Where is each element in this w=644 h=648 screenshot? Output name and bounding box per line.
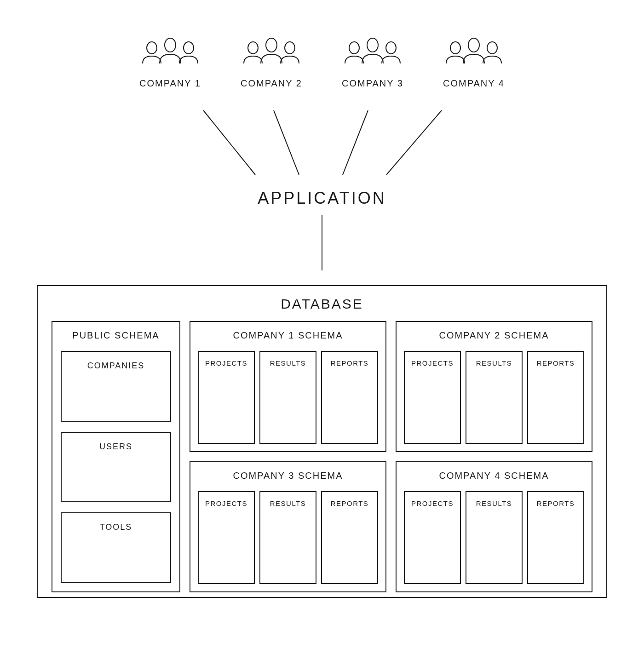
svg-point-11	[487, 42, 497, 54]
public-schema: PUBLIC SCHEMA COMPANIES USERS TOOLS	[52, 321, 180, 592]
svg-point-5	[285, 42, 295, 54]
companies-row: COMPANY 1 COMPANY 2 COMPANY 3	[0, 37, 644, 89]
svg-line-12	[203, 110, 255, 175]
people-icon	[237, 37, 306, 69]
company-3-schema-tables: PROJECTS RESULTS REPORTS	[198, 491, 378, 584]
svg-point-0	[147, 42, 157, 54]
table-reports: REPORTS	[527, 491, 584, 584]
company-2-schema-tables: PROJECTS RESULTS REPORTS	[404, 351, 584, 444]
table-projects: PROJECTS	[198, 491, 255, 584]
table-results: RESULTS	[259, 491, 316, 584]
svg-point-8	[386, 42, 396, 54]
application-label: APPLICATION	[0, 189, 644, 208]
svg-point-1	[165, 38, 176, 52]
svg-point-3	[248, 42, 258, 54]
table-results: RESULTS	[259, 351, 316, 444]
company-1-schema: COMPANY 1 SCHEMA PROJECTS RESULTS REPORT…	[190, 321, 386, 452]
public-schema-title: PUBLIC SCHEMA	[61, 330, 171, 341]
company-1: COMPANY 1	[136, 37, 205, 89]
company-1-schema-title: COMPANY 1 SCHEMA	[198, 330, 378, 341]
company-3-label: COMPANY 3	[342, 78, 403, 89]
people-icon	[439, 37, 508, 69]
table-reports: REPORTS	[321, 491, 378, 584]
company-2: COMPANY 2	[237, 37, 306, 89]
table-users: USERS	[61, 432, 171, 503]
database-box: DATABASE PUBLIC SCHEMA COMPANIES USERS T…	[37, 285, 607, 598]
table-projects: PROJECTS	[404, 351, 461, 444]
company-2-schema-title: COMPANY 2 SCHEMA	[404, 330, 584, 341]
svg-line-15	[386, 110, 442, 175]
company-3: COMPANY 3	[338, 37, 407, 89]
company-2-schema: COMPANY 2 SCHEMA PROJECTS RESULTS REPORT…	[396, 321, 592, 452]
company-2-label: COMPANY 2	[241, 78, 302, 89]
svg-line-13	[274, 110, 299, 175]
database-title: DATABASE	[52, 296, 592, 312]
svg-point-9	[450, 42, 460, 54]
company-1-label: COMPANY 1	[139, 78, 201, 89]
svg-point-4	[266, 38, 277, 52]
people-icon	[136, 37, 205, 69]
table-projects: PROJECTS	[404, 491, 461, 584]
company-4-label: COMPANY 4	[443, 78, 505, 89]
company-4-schema-tables: PROJECTS RESULTS REPORTS	[404, 491, 584, 584]
svg-line-14	[343, 110, 368, 175]
table-tools: TOOLS	[61, 512, 171, 583]
table-reports: REPORTS	[527, 351, 584, 444]
company-1-schema-tables: PROJECTS RESULTS REPORTS	[198, 351, 378, 444]
table-reports: REPORTS	[321, 351, 378, 444]
company-3-schema: COMPANY 3 SCHEMA PROJECTS RESULTS REPORT…	[190, 461, 386, 592]
people-icon	[338, 37, 407, 69]
public-schema-tables: COMPANIES USERS TOOLS	[61, 351, 171, 583]
company-3-schema-title: COMPANY 3 SCHEMA	[198, 470, 378, 481]
company-schemas: COMPANY 1 SCHEMA PROJECTS RESULTS REPORT…	[190, 321, 592, 592]
table-projects: PROJECTS	[198, 351, 255, 444]
company-4: COMPANY 4	[439, 37, 508, 89]
schema-grid: PUBLIC SCHEMA COMPANIES USERS TOOLS COMP…	[52, 321, 592, 592]
company-4-schema-title: COMPANY 4 SCHEMA	[404, 470, 584, 481]
application-to-database-line	[322, 215, 322, 270]
table-results: RESULTS	[466, 491, 523, 584]
svg-point-7	[367, 38, 378, 52]
company-4-schema: COMPANY 4 SCHEMA PROJECTS RESULTS REPORT…	[396, 461, 592, 592]
table-companies: COMPANIES	[61, 351, 171, 422]
connector-lines	[0, 106, 644, 189]
svg-point-10	[468, 38, 479, 52]
svg-point-2	[184, 42, 194, 54]
svg-point-6	[349, 42, 359, 54]
table-results: RESULTS	[466, 351, 523, 444]
